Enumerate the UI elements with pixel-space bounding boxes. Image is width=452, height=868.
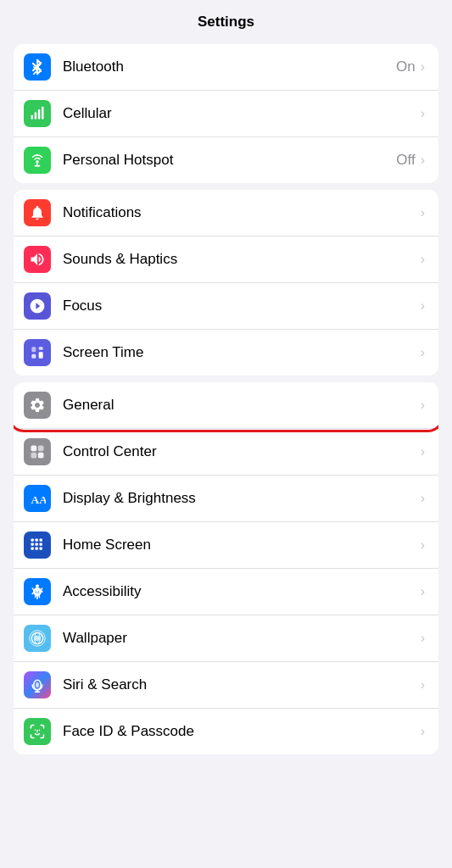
- svg-rect-10: [39, 347, 43, 349]
- svg-rect-4: [38, 109, 41, 120]
- svg-rect-25: [36, 548, 38, 550]
- svg-point-41: [39, 730, 41, 732]
- accessibility-item[interactable]: Accessibility ›: [14, 569, 438, 615]
- page-title: Settings: [198, 14, 254, 30]
- general-icon: [24, 392, 51, 419]
- accessibility-icon: [24, 578, 51, 605]
- svg-rect-3: [35, 112, 37, 119]
- focus-label: Focus: [63, 298, 419, 314]
- general-row-container: General ›: [14, 382, 438, 429]
- notifications-item[interactable]: Notifications ›: [14, 190, 438, 236]
- svg-rect-24: [31, 548, 34, 550]
- bluetooth-value: On: [396, 58, 416, 75]
- focus-item[interactable]: Focus ›: [14, 283, 438, 330]
- svg-rect-14: [38, 446, 44, 452]
- sounds-icon: [24, 246, 51, 273]
- svg-rect-5: [42, 107, 44, 120]
- notifications-label: Notifications: [63, 204, 419, 221]
- svg-rect-26: [40, 548, 42, 550]
- svg-point-30: [36, 585, 39, 588]
- notifications-section: Notifications › Sounds & Haptics › Focus…: [14, 190, 438, 376]
- wallpaper-icon: [24, 625, 51, 652]
- controlcenter-chevron: ›: [421, 444, 425, 459]
- sounds-chevron: ›: [421, 252, 425, 267]
- cellular-icon: [24, 100, 51, 127]
- svg-text:AA: AA: [31, 493, 47, 506]
- display-item[interactable]: AA Display & Brightness ›: [14, 476, 438, 522]
- notifications-chevron: ›: [421, 205, 425, 220]
- faceid-chevron: ›: [421, 724, 425, 739]
- general-section: General › Control Center › AA Display & …: [14, 382, 438, 754]
- bluetooth-chevron: ›: [421, 59, 425, 75]
- siri-chevron: ›: [421, 677, 425, 693]
- svg-rect-15: [31, 453, 37, 459]
- general-label: General: [63, 397, 419, 414]
- notifications-icon: [24, 199, 51, 226]
- hotspot-label: Personal Hotspot: [63, 152, 396, 169]
- hotspot-value: Off: [396, 152, 415, 169]
- screentime-label: Screen Time: [63, 344, 419, 361]
- svg-rect-22: [36, 543, 38, 546]
- sounds-item[interactable]: Sounds & Haptics ›: [14, 236, 438, 283]
- svg-rect-23: [40, 543, 42, 546]
- svg-rect-13: [31, 446, 37, 452]
- controlcenter-item[interactable]: Control Center ›: [14, 429, 438, 476]
- wallpaper-item[interactable]: Wallpaper ›: [14, 615, 438, 662]
- svg-rect-18: [31, 539, 34, 542]
- faceid-label: Face ID & Passcode: [63, 723, 419, 740]
- svg-rect-20: [40, 539, 42, 542]
- svg-point-40: [35, 730, 36, 732]
- general-chevron: ›: [421, 398, 425, 413]
- wallpaper-label: Wallpaper: [63, 630, 419, 647]
- homescreen-item[interactable]: Home Screen ›: [14, 522, 438, 569]
- accessibility-chevron: ›: [421, 584, 425, 599]
- hotspot-icon: [24, 147, 51, 174]
- screentime-chevron: ›: [421, 345, 425, 360]
- controlcenter-label: Control Center: [63, 443, 419, 460]
- svg-rect-11: [31, 354, 36, 359]
- wallpaper-chevron: ›: [421, 631, 425, 646]
- homescreen-icon: [24, 531, 51, 559]
- hotspot-chevron: ›: [421, 153, 425, 168]
- cellular-chevron: ›: [421, 106, 425, 121]
- svg-rect-16: [38, 453, 44, 459]
- svg-rect-2: [31, 115, 34, 120]
- header: Settings: [0, 0, 452, 37]
- svg-rect-12: [39, 352, 43, 359]
- homescreen-chevron: ›: [421, 537, 425, 553]
- svg-rect-9: [31, 347, 36, 352]
- svg-rect-21: [31, 543, 34, 546]
- screentime-item[interactable]: Screen Time ›: [14, 330, 438, 376]
- cellular-label: Cellular: [63, 105, 419, 122]
- svg-rect-19: [36, 539, 38, 542]
- display-label: Display & Brightness: [63, 490, 419, 507]
- bluetooth-label: Bluetooth: [63, 58, 396, 75]
- bluetooth-icon: [24, 53, 51, 81]
- connectivity-section: Bluetooth On › Cellular › Personal Hots: [14, 44, 438, 183]
- focus-icon: [24, 292, 51, 320]
- svg-point-37: [36, 682, 39, 688]
- sounds-label: Sounds & Haptics: [63, 251, 419, 268]
- display-chevron: ›: [421, 491, 425, 506]
- controlcenter-icon: [24, 438, 51, 465]
- svg-point-32: [35, 636, 41, 642]
- siri-icon: [24, 671, 51, 698]
- accessibility-label: Accessibility: [63, 583, 419, 600]
- focus-chevron: ›: [421, 298, 425, 314]
- faceid-icon: [24, 718, 51, 745]
- siri-label: Siri & Search: [63, 676, 419, 693]
- display-icon: AA: [24, 485, 51, 512]
- homescreen-label: Home Screen: [63, 537, 419, 554]
- general-item[interactable]: General ›: [14, 382, 438, 429]
- screentime-icon: [24, 339, 51, 366]
- siri-item[interactable]: Siri & Search ›: [14, 662, 438, 709]
- cellular-item[interactable]: Cellular ›: [14, 91, 438, 137]
- bottom-spacer: [0, 761, 452, 778]
- bluetooth-item[interactable]: Bluetooth On ›: [14, 44, 438, 91]
- faceid-item[interactable]: Face ID & Passcode ›: [14, 709, 438, 754]
- hotspot-item[interactable]: Personal Hotspot Off ›: [14, 137, 438, 183]
